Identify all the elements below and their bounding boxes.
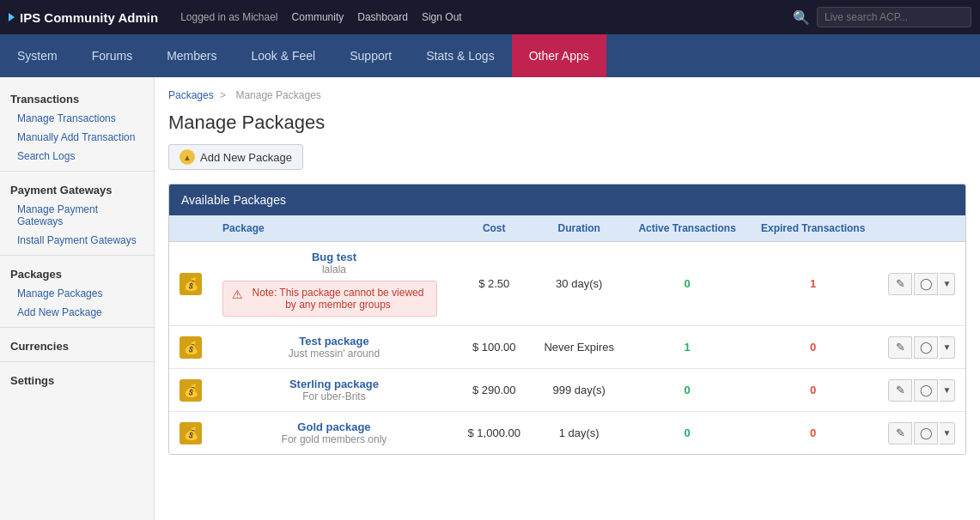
nav-item-look-feel[interactable]: Look & Feel — [234, 34, 333, 77]
search-input[interactable] — [817, 7, 971, 27]
package-expired-transactions: 1 — [748, 242, 878, 326]
package-coin-icon: 💰 — [180, 273, 202, 295]
package-dropdown-button[interactable]: ▼ — [940, 422, 955, 444]
package-action-buttons: ✎◯▼ — [888, 379, 955, 402]
dashboard-link[interactable]: Dashboard — [357, 11, 408, 23]
breadcrumb-separator: > — [220, 89, 226, 101]
sidebar-item-manage-packages[interactable]: Manage Packages — [0, 284, 154, 303]
package-warning: ⚠ Note: This package cannot be viewed by… — [222, 281, 437, 317]
breadcrumb: Packages > Manage Packages — [168, 89, 966, 101]
package-cost: $ 100.00 — [456, 326, 533, 369]
community-link[interactable]: Community — [292, 11, 344, 23]
package-icon-cell: 💰 — [169, 369, 212, 412]
sidebar-item-add-new-package[interactable]: Add New Package — [0, 303, 154, 322]
package-disable-button[interactable]: ◯ — [914, 336, 938, 359]
package-name[interactable]: Sterling package — [222, 378, 446, 390]
sidebar-divider-4 — [0, 361, 154, 362]
package-actions-cell: ✎◯▼ — [878, 412, 965, 455]
package-actions-cell: ✎◯▼ — [878, 242, 965, 326]
packages-table: Package Cost Duration Active Transaction… — [169, 215, 965, 454]
table-row: 💰 Sterling package For uber-Brits $ 290.… — [169, 369, 965, 412]
nav-item-forums[interactable]: Forums — [75, 34, 149, 77]
col-actions-header — [878, 215, 965, 242]
package-coin-icon: 💰 — [180, 422, 202, 444]
nav-item-members[interactable]: Members — [149, 34, 234, 77]
package-info-cell: Test package Just messin' around — [212, 326, 456, 369]
logo-chevron-icon — [9, 13, 15, 21]
content-area: Transactions Manage Transactions Manuall… — [0, 77, 980, 520]
page-title: Manage Packages — [168, 112, 966, 134]
sidebar-item-manually-add-transaction[interactable]: Manually Add Transaction — [0, 128, 154, 147]
col-cost-header: Cost — [456, 215, 533, 242]
package-name[interactable]: Test package — [222, 335, 446, 348]
package-duration: 30 day(s) — [532, 242, 625, 326]
nav-item-other-apps[interactable]: Other Apps — [512, 34, 606, 77]
package-disable-button[interactable]: ◯ — [914, 273, 938, 295]
col-icon-header — [169, 215, 212, 242]
app-title: IPS Community Admin — [20, 10, 158, 25]
warning-icon: ⚠ — [232, 287, 243, 301]
breadcrumb-parent[interactable]: Packages — [168, 89, 214, 101]
warning-text: Note: This package cannot be viewed by a… — [248, 287, 428, 311]
package-expired-transactions: 0 — [748, 369, 878, 412]
package-dropdown-button[interactable]: ▼ — [940, 273, 955, 295]
package-active-transactions: 0 — [626, 369, 748, 412]
search-icon[interactable]: 🔍 — [793, 9, 810, 26]
package-name[interactable]: Gold package — [222, 420, 446, 433]
package-actions-cell: ✎◯▼ — [878, 369, 965, 412]
sidebar-item-search-logs[interactable]: Search Logs — [0, 147, 154, 166]
sidebar-divider-3 — [0, 327, 154, 328]
col-expired-header: Expired Transactions — [748, 215, 878, 242]
package-desc: For uber-Brits — [222, 390, 446, 402]
package-icon-cell: 💰 — [169, 412, 212, 455]
package-coin-icon: 💰 — [180, 379, 202, 402]
package-active-transactions: 0 — [626, 242, 748, 326]
package-desc: For gold members only — [222, 433, 446, 445]
package-actions-cell: ✎◯▼ — [878, 326, 965, 369]
col-duration-header: Duration — [532, 215, 625, 242]
package-icon-cell: 💰 — [169, 326, 212, 369]
nav-item-stats-logs[interactable]: Stats & Logs — [409, 34, 511, 77]
col-package-header: Package — [212, 215, 456, 242]
package-info-cell: Sterling package For uber-Brits — [212, 369, 456, 412]
table-row: 💰 Test package Just messin' around $ 100… — [169, 326, 965, 369]
package-edit-button[interactable]: ✎ — [888, 422, 912, 444]
app-logo: IPS Community Admin — [9, 10, 158, 25]
package-info-cell: Gold package For gold members only — [212, 412, 456, 455]
package-cost: $ 1,000.00 — [456, 412, 533, 455]
package-cost: $ 290.00 — [456, 369, 533, 412]
package-coin-icon: 💰 — [180, 336, 202, 359]
sidebar-item-manage-payment-gateways[interactable]: Manage Payment Gateways — [0, 200, 154, 231]
package-icon-cell: 💰 — [169, 242, 212, 326]
package-action-buttons: ✎◯▼ — [888, 336, 955, 359]
sidebar-item-manage-transactions[interactable]: Manage Transactions — [0, 109, 154, 128]
package-active-transactions: 1 — [626, 326, 748, 369]
logged-in-label: Logged in as Michael — [180, 11, 277, 23]
add-new-package-button[interactable]: ▲ Add New Package — [168, 144, 303, 170]
package-info-cell: Bug test lalala ⚠ Note: This package can… — [212, 242, 456, 326]
package-cost: $ 2.50 — [456, 242, 533, 326]
package-disable-button[interactable]: ◯ — [914, 422, 938, 444]
table-header: Available Packages — [169, 184, 965, 215]
package-desc: lalala — [222, 263, 446, 275]
package-edit-button[interactable]: ✎ — [888, 379, 912, 402]
package-dropdown-button[interactable]: ▼ — [940, 379, 955, 402]
col-active-header: Active Transactions — [626, 215, 748, 242]
add-package-coin-icon: ▲ — [180, 149, 195, 165]
sidebar-section-transactions: Transactions — [0, 86, 154, 109]
navbar: System Forums Members Look & Feel Suppor… — [0, 34, 980, 77]
nav-item-support[interactable]: Support — [332, 34, 409, 77]
package-edit-button[interactable]: ✎ — [888, 336, 912, 359]
package-disable-button[interactable]: ◯ — [914, 379, 938, 402]
package-name[interactable]: Bug test — [222, 251, 446, 263]
sidebar-section-packages: Packages — [0, 261, 154, 284]
sign-out-link[interactable]: Sign Out — [422, 11, 462, 23]
nav-item-system[interactable]: System — [0, 34, 75, 77]
package-dropdown-button[interactable]: ▼ — [940, 336, 955, 359]
package-edit-button[interactable]: ✎ — [888, 273, 912, 295]
sidebar-divider-2 — [0, 255, 154, 256]
package-duration: 1 day(s) — [532, 412, 625, 455]
top-bar: IPS Community Admin Logged in as Michael… — [0, 0, 980, 34]
sidebar-item-install-payment-gateways[interactable]: Install Payment Gateways — [0, 231, 154, 250]
main-content: Packages > Manage Packages Manage Packag… — [155, 77, 980, 520]
